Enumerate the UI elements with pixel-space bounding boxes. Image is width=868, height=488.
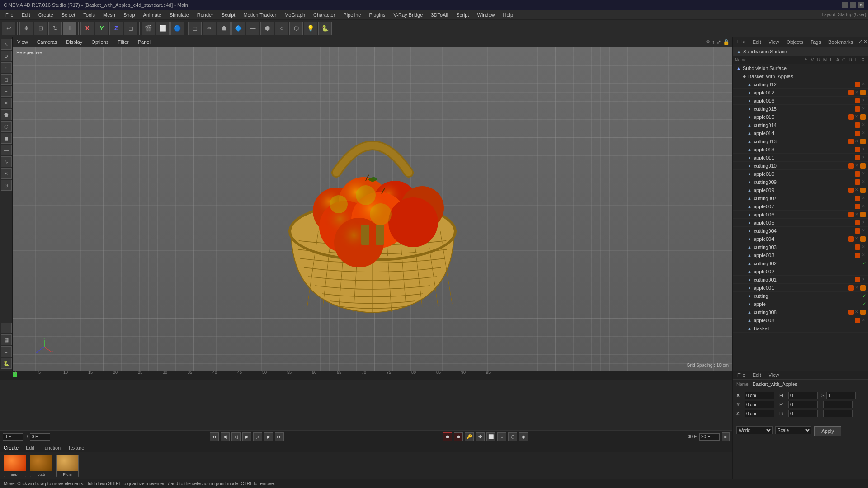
- play-button[interactable]: ▶: [242, 432, 251, 441]
- obj-x-check[interactable]: ✕: [862, 131, 866, 135]
- obj-x-check[interactable]: ✕: [862, 106, 866, 111]
- vp-menu-display[interactable]: Display: [64, 39, 84, 45]
- obj-dot[interactable]: [855, 122, 860, 128]
- obj-dot[interactable]: [855, 228, 860, 234]
- mat-tab-create[interactable]: Create: [2, 445, 20, 451]
- menu-mesh[interactable]: Mesh: [99, 11, 119, 19]
- go-start-button[interactable]: ⏮: [210, 432, 219, 441]
- bottom-tab-view[interactable]: View: [767, 372, 781, 378]
- menu-file[interactable]: File: [2, 11, 17, 19]
- menu-3dtoall[interactable]: 3DToAll: [427, 11, 452, 19]
- h-input[interactable]: [788, 392, 818, 399]
- xray-y[interactable]: Y: [95, 22, 108, 35]
- key-tool-4[interactable]: ⬡: [508, 432, 517, 441]
- obj-row-7[interactable]: ▲cutting014✕: [733, 121, 868, 129]
- y-pos-input[interactable]: [745, 401, 774, 408]
- next-frame-button[interactable]: ▶: [264, 432, 273, 441]
- obj-dot2[interactable]: [860, 188, 866, 193]
- vp-expand-icon[interactable]: ⤢: [717, 39, 721, 45]
- obj-x-check[interactable]: ✕: [862, 220, 866, 225]
- move-tool[interactable]: ✥: [19, 22, 33, 35]
- script-btn[interactable]: 🐍: [318, 22, 332, 35]
- scale-dropdown[interactable]: Scale Size: [775, 426, 811, 434]
- tool-4[interactable]: ◻: [1, 74, 12, 85]
- obj-dot[interactable]: [855, 106, 860, 112]
- obj-x-check[interactable]: ✕: [862, 253, 866, 257]
- sz-input[interactable]: [823, 410, 853, 417]
- render-button[interactable]: 🎬: [142, 22, 155, 35]
- obj-x-check[interactable]: ✕: [862, 244, 866, 249]
- scale-tool[interactable]: ⊡: [34, 22, 47, 35]
- obj-x-check[interactable]: ✕: [855, 114, 859, 119]
- obj-dot[interactable]: [855, 131, 860, 136]
- obj-dot2[interactable]: [860, 114, 866, 120]
- obj-x-check[interactable]: ✕: [862, 277, 866, 282]
- auto-key-button[interactable]: ⏺: [454, 432, 463, 441]
- obj-row-25[interactable]: ▲apple002: [733, 267, 868, 276]
- obj-dot[interactable]: [855, 155, 860, 160]
- obj-x-check[interactable]: ✕: [855, 139, 859, 143]
- go-end-button[interactable]: ⏭: [275, 432, 284, 441]
- bottom-tab-file[interactable]: File: [736, 372, 747, 378]
- material-apple[interactable]: appli: [4, 455, 26, 477]
- obj-x-check[interactable]: ✕: [855, 285, 859, 290]
- apply-button[interactable]: Apply: [814, 426, 841, 436]
- menu-select[interactable]: Select: [58, 11, 79, 19]
- obj-x-check[interactable]: ✕: [862, 98, 866, 103]
- vp-move-icon[interactable]: ✥: [706, 39, 710, 45]
- obj-row-4[interactable]: ▲apple016✕: [733, 97, 868, 105]
- menu-pipeline[interactable]: Pipeline: [340, 11, 364, 19]
- vp-menu-filter[interactable]: Filter: [116, 39, 130, 45]
- tab-view[interactable]: View: [767, 39, 781, 45]
- maximize-button[interactable]: □: [850, 2, 856, 8]
- tool-8[interactable]: ⬡: [1, 121, 12, 132]
- obj-x-check[interactable]: ✕: [862, 228, 866, 233]
- tab-edit[interactable]: Edit: [751, 39, 763, 45]
- obj-row-27[interactable]: ▲apple001✕: [733, 284, 868, 292]
- material-picnic[interactable]: Picni: [56, 455, 79, 477]
- menu-vray[interactable]: V-Ray Bridge: [390, 11, 427, 19]
- obj-check-icon[interactable]: ✓: [859, 39, 863, 45]
- menu-animate[interactable]: Animate: [140, 11, 165, 19]
- obj-x-check[interactable]: ✕: [862, 204, 866, 208]
- obj-dot2[interactable]: [860, 163, 866, 169]
- tool-bottom-2[interactable]: ▦: [1, 334, 12, 345]
- poly-mode[interactable]: ◻: [188, 22, 202, 35]
- vp-lock-icon[interactable]: 🔒: [723, 39, 730, 45]
- obj-dot[interactable]: [855, 171, 860, 177]
- obj-row-11[interactable]: ▲apple011✕: [733, 154, 868, 162]
- obj-dot2[interactable]: [860, 236, 866, 242]
- obj-row-1[interactable]: ◆Basket_with_Apples: [733, 72, 868, 80]
- obj-dot[interactable]: [855, 147, 860, 152]
- obj-x-check[interactable]: ✕: [862, 155, 866, 160]
- obj-row-29[interactable]: ▲apple✓: [733, 300, 868, 308]
- rotate-tool[interactable]: ↻: [48, 22, 62, 35]
- obj-dot[interactable]: [848, 139, 854, 144]
- vp-menu-options[interactable]: Options: [90, 39, 110, 45]
- obj-x-check[interactable]: ✕: [862, 318, 866, 322]
- minimize-button[interactable]: ─: [842, 2, 848, 8]
- tab-file[interactable]: File: [736, 38, 747, 45]
- obj-x-check[interactable]: ✕: [862, 147, 866, 151]
- obj-row-10[interactable]: ▲apple013✕: [733, 145, 868, 154]
- obj-dot[interactable]: [855, 196, 860, 201]
- tool-bottom-1[interactable]: ⋯: [1, 323, 12, 333]
- tool-2[interactable]: ⊕: [1, 51, 12, 61]
- loop-sel[interactable]: ⬡: [289, 22, 303, 35]
- obj-x-check[interactable]: ✕: [855, 163, 859, 168]
- knife-tool[interactable]: ⬢: [260, 22, 274, 35]
- obj-x-check[interactable]: ✕: [862, 171, 866, 176]
- obj-dot[interactable]: [855, 220, 860, 225]
- obj-mode-2[interactable]: 🔷: [231, 22, 245, 35]
- mat-tab-edit[interactable]: Edit: [24, 445, 36, 451]
- obj-row-18[interactable]: ▲apple006✕: [733, 211, 868, 219]
- tool-3[interactable]: ○: [1, 62, 12, 73]
- 3d-viewport[interactable]: Perspective: [13, 47, 732, 371]
- next-key-button[interactable]: ▷: [253, 432, 262, 441]
- key-tool-5[interactable]: ◈: [519, 432, 528, 441]
- menu-motion-tracker[interactable]: Motion Tracker: [240, 11, 280, 19]
- obj-x-check[interactable]: ✕: [855, 188, 859, 192]
- tool-bottom-4[interactable]: 🐍: [1, 358, 12, 369]
- obj-x-check[interactable]: ✕: [862, 122, 866, 127]
- vp-up-icon[interactable]: ↑: [712, 39, 715, 45]
